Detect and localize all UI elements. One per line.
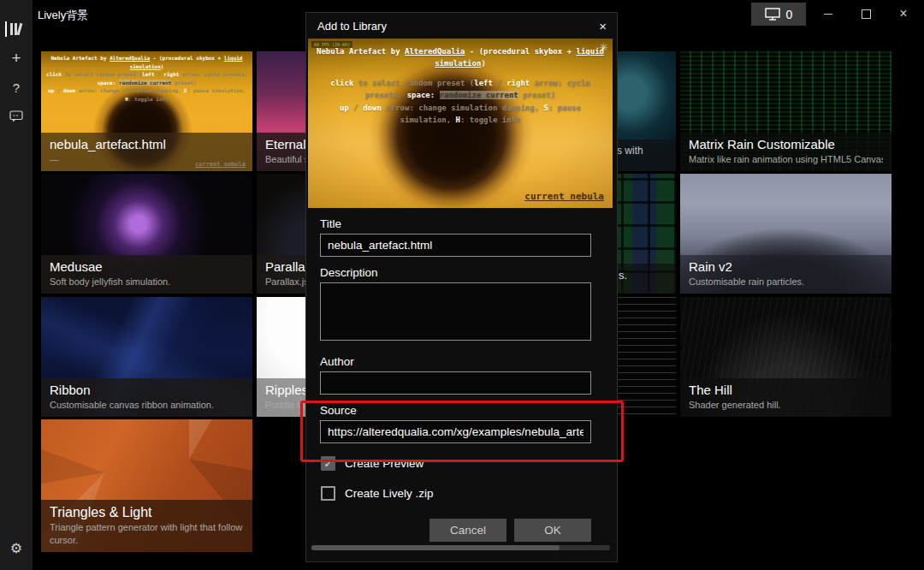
- ok-button[interactable]: OK: [514, 519, 591, 542]
- tile-subtitle: Triangle pattern generator with light th…: [50, 521, 244, 547]
- preview-info-text: Nebula Artefact by AlteredQualia - (proc…: [308, 39, 613, 126]
- gear-icon: ⚙: [10, 540, 22, 556]
- wallpaper-tile-matrix-rain[interactable]: Matrix Rain Customizable Matrix like rai…: [680, 51, 891, 171]
- snowflake-icon: ✳: [599, 42, 608, 53]
- tile-label-band: Triangles & Light Triangle pattern gener…: [41, 500, 252, 552]
- tile-label-band: Medusae Soft body jellyfish simulation.: [41, 255, 252, 294]
- preview-corner-label: current nebula: [524, 191, 604, 202]
- sidebar-item-library[interactable]: [0, 19, 33, 39]
- tile-label-band: Matrix Rain Customizable Matrix like rai…: [680, 133, 891, 171]
- sidebar: + ? ⚙: [0, 0, 33, 570]
- create-zip-checkbox[interactable]: ✓: [321, 486, 335, 501]
- plus-icon: +: [11, 49, 21, 68]
- minimize-button[interactable]: [809, 0, 847, 27]
- sidebar-item-add-wallpaper[interactable]: +: [0, 48, 33, 68]
- create-preview-label: Create Preview: [345, 457, 424, 470]
- tile-title: Triangles & Light: [50, 504, 244, 521]
- wallpaper-tile-nebula[interactable]: Nebula Artefact by AlteredQualia - (proc…: [41, 51, 252, 171]
- description-field-label: Description: [320, 266, 591, 279]
- tile-title: The Hill: [689, 383, 883, 399]
- dialog-title: Add to Library: [317, 20, 387, 33]
- monitor-count-button[interactable]: 0: [751, 3, 806, 26]
- tile-label-band: Ribbon Customisable canvas ribbon animat…: [41, 378, 252, 417]
- app-window: Lively背景 0 × + ?: [0, 0, 924, 570]
- source-field-label: Source: [320, 404, 591, 417]
- tile-subtitle: Matrix like rain animation using HTML5 C…: [689, 153, 883, 166]
- feedback-icon: [9, 110, 23, 122]
- close-button[interactable]: ×: [885, 0, 922, 27]
- wallpaper-tile-triangles-light[interactable]: Triangles & Light Triangle pattern gener…: [41, 419, 252, 552]
- help-icon: ?: [13, 80, 20, 95]
- tile-subtitle: Soft body jellyfish simulation.: [50, 276, 244, 288]
- sidebar-item-settings[interactable]: ⚙: [0, 540, 33, 556]
- description-input[interactable]: [320, 282, 591, 341]
- monitor-icon: [765, 8, 780, 21]
- minimize-icon: [824, 14, 832, 15]
- tile-subtitle: Customisable canvas ribbon animation.: [50, 399, 244, 412]
- tile-subtitle: Shader generated hill.: [689, 399, 883, 412]
- create-preview-option[interactable]: ✓ Create Preview: [321, 456, 591, 471]
- cancel-button[interactable]: Cancel: [429, 519, 506, 542]
- app-title: Lively背景: [38, 8, 88, 23]
- sidebar-item-feedback[interactable]: [0, 106, 33, 127]
- tile-title: nebula_artefact.html: [50, 137, 244, 153]
- maximize-icon: [862, 9, 871, 19]
- wallpaper-tile-medusae[interactable]: Medusae Soft body jellyfish simulation.: [41, 174, 252, 294]
- create-preview-checkbox[interactable]: ✓: [321, 456, 335, 471]
- tile-overlay-text: Nebula Artefact by AlteredQualia - (proc…: [44, 54, 249, 104]
- dialog-close-icon[interactable]: ×: [599, 20, 607, 33]
- create-zip-label: Create Lively .zip: [345, 487, 434, 500]
- tile-title: Ribbon: [50, 383, 244, 399]
- wallpaper-tile-the-hill[interactable]: The Hill Shader generated hill.: [680, 297, 891, 417]
- add-to-library-dialog: Add to Library × 60 FPS (29-60) ✳ Nebula…: [305, 12, 618, 562]
- caption-buttons: ×: [809, 0, 922, 27]
- tile-title: Rain v2: [689, 259, 883, 276]
- tile-title: Medusae: [50, 259, 244, 276]
- source-input[interactable]: [320, 420, 591, 443]
- tile-label-band: The Hill Shader generated hill.: [680, 378, 891, 417]
- create-zip-option[interactable]: ✓ Create Lively .zip: [321, 486, 591, 501]
- fps-counter: 60 FPS (29-60): [311, 41, 352, 48]
- maximize-button[interactable]: [847, 0, 885, 27]
- sidebar-item-help[interactable]: ?: [0, 77, 33, 98]
- wallpaper-tile-ribbon[interactable]: Ribbon Customisable canvas ribbon animat…: [41, 297, 252, 417]
- wallpaper-preview: 60 FPS (29-60) ✳ Nebula Artefact by Alte…: [308, 39, 613, 208]
- tile-corner-label: current_nebula: [195, 161, 246, 168]
- library-icon: [9, 22, 24, 36]
- title-field-label: Title: [320, 217, 591, 230]
- wallpaper-tile-rain-v2[interactable]: Rain v2 Customisable rain particles.: [680, 174, 891, 294]
- scrollbar-thumb[interactable]: [311, 545, 560, 550]
- author-input[interactable]: [320, 371, 591, 395]
- monitor-count: 0: [786, 8, 793, 21]
- tile-label-band: Rain v2 Customisable rain particles.: [680, 255, 891, 294]
- tile-subtitle: Customisable rain particles.: [689, 276, 883, 288]
- dialog-horizontal-scrollbar[interactable]: [311, 545, 610, 550]
- author-field-label: Author: [320, 355, 591, 368]
- title-input[interactable]: [320, 234, 591, 257]
- tile-title: Matrix Rain Customizable: [689, 137, 883, 153]
- tile-label-band: nebula_artefact.html --- current_nebula: [41, 133, 252, 171]
